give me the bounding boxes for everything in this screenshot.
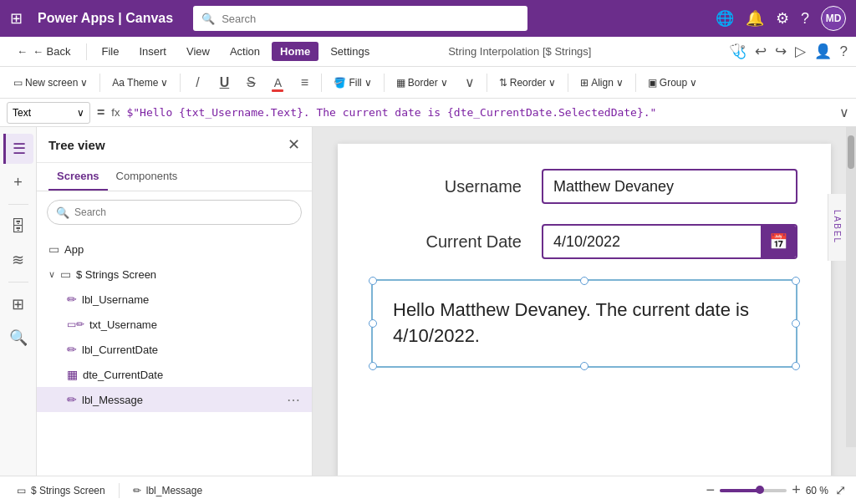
status-component[interactable]: ✏ lbl_Message: [126, 483, 209, 498]
date-input[interactable]: [543, 233, 761, 251]
reorder-button[interactable]: ⇅ Reorder ∨: [492, 74, 563, 91]
tree-item-dte-currentdate[interactable]: ▦ dte_CurrentDate: [37, 362, 312, 387]
handle-bc: [580, 362, 588, 370]
tree-item-txt-username[interactable]: ▭✏ txt_Username: [37, 312, 312, 337]
toolbar-sep-6: [568, 74, 568, 92]
align-arrow-icon: ∨: [616, 77, 624, 89]
menu-action[interactable]: Action: [222, 42, 268, 61]
scrollbar-v[interactable]: [846, 127, 856, 447]
app-icon: ▭: [48, 242, 59, 256]
formula-bar: Text ∨ = fx $"Hello {txt_Username.Text}.…: [0, 99, 856, 127]
menu-back[interactable]: ←← Back: [8, 42, 79, 61]
status-screen[interactable]: ▭ $ Strings Screen: [10, 483, 112, 498]
fill-button[interactable]: 🪣 Fill ∨: [327, 74, 378, 91]
group-arrow-icon: ∨: [690, 77, 697, 89]
settings-icon[interactable]: ⚙: [776, 9, 789, 28]
tab-screens[interactable]: Screens: [48, 163, 108, 191]
align-text-button[interactable]: ⊞ Align ∨: [573, 74, 630, 91]
close-icon[interactable]: ✕: [288, 135, 300, 154]
media-icon[interactable]: ≋: [3, 245, 33, 275]
message-box[interactable]: Hello Matthew Devaney. The current date …: [371, 279, 797, 368]
tree-item-screen[interactable]: ∨ ▭ $ Strings Screen: [37, 262, 312, 287]
canvas-scroll[interactable]: Username Current Date 📅: [313, 127, 856, 476]
new-screen-button[interactable]: ▭ New screen ∨: [7, 74, 94, 91]
slash-icon[interactable]: /: [186, 71, 209, 94]
equals-sign: =: [97, 105, 104, 120]
undo-icon[interactable]: ↩: [755, 43, 767, 60]
data-icon[interactable]: 🗄: [3, 211, 33, 242]
sidebar-search[interactable]: 🔍: [47, 200, 302, 225]
zoom-minus-button[interactable]: −: [706, 481, 716, 499]
more-options-icon[interactable]: ⋯: [287, 392, 300, 408]
help2-icon[interactable]: ?: [840, 43, 848, 60]
top-bar: ⊞ Power Apps | Canvas 🔍 🌐 🔔 ⚙ ? MD: [0, 0, 856, 37]
calendar-icon[interactable]: 📅: [761, 224, 796, 259]
group-icon: ▣: [648, 77, 657, 89]
zoom-slider[interactable]: [720, 489, 787, 492]
align-text-icon: ⊞: [580, 77, 588, 89]
username-input[interactable]: [542, 169, 797, 204]
rail-sep-1: [8, 204, 28, 205]
sidebar-tree: ▭ App ∨ ▭ $ Strings Screen ✏ lbl_Usernam…: [37, 233, 312, 476]
menu-settings[interactable]: Settings: [322, 42, 378, 61]
sidebar-search-input[interactable]: [74, 206, 293, 218]
status-bar: ▭ $ Strings Screen ✏ lbl_Message − + 60 …: [0, 476, 856, 504]
tab-components[interactable]: Components: [108, 163, 186, 191]
fx-button[interactable]: fx: [111, 106, 120, 119]
tree-item-lbl-username[interactable]: ✏ lbl_Username: [37, 287, 312, 312]
label-icon-2: ✏: [67, 343, 77, 356]
underline-button[interactable]: U: [212, 71, 236, 94]
search-box[interactable]: 🔍: [193, 6, 527, 31]
handle-tc: [580, 277, 588, 285]
avatar[interactable]: MD: [821, 6, 846, 31]
app-title: Power Apps | Canvas: [38, 11, 173, 26]
insert-icon[interactable]: +: [3, 167, 33, 197]
center-text: String Interpolation [$ Strings]: [448, 45, 591, 58]
username-row: Username: [371, 169, 797, 204]
border-button[interactable]: ▦ Border ∨: [390, 74, 455, 91]
search2-icon[interactable]: 🔍: [3, 323, 33, 353]
theme-button[interactable]: Aa Theme ∨: [105, 74, 175, 91]
menu-view[interactable]: View: [178, 42, 218, 61]
fill-arrow-icon: ∨: [364, 77, 372, 89]
menu-bar: ←← Back File Insert View Action Home Set…: [0, 37, 856, 67]
chevron-down-icon: ∨: [48, 269, 55, 280]
selector-arrow-icon: ∨: [77, 107, 84, 119]
expand-formula-icon[interactable]: ∨: [839, 104, 849, 120]
fullscreen-icon[interactable]: ⤢: [835, 482, 846, 498]
font-color-button[interactable]: A: [266, 71, 289, 94]
tree-item-lbl-message[interactable]: ✏ lbl_Message ⋯: [37, 387, 312, 412]
tree-item-lbl-currentdate[interactable]: ✏ lbl_CurrentDate: [37, 337, 312, 362]
main-area: ☰ + 🗄 ≋ ⊞ 🔍 Tree view ✕ Screens Componen…: [0, 127, 856, 476]
stethoscope-icon[interactable]: 🩺: [729, 43, 746, 60]
search-input[interactable]: [222, 13, 519, 25]
menu-file[interactable]: File: [94, 42, 128, 61]
user-icon[interactable]: 👤: [814, 43, 832, 60]
monitor-icon[interactable]: ⊞: [3, 289, 33, 319]
bell-icon[interactable]: 🔔: [746, 9, 764, 28]
redo-icon[interactable]: ↪: [775, 43, 787, 60]
help-icon[interactable]: ?: [801, 10, 809, 28]
tree-item-app[interactable]: ▭ App: [37, 237, 312, 262]
scrollbar-thumb[interactable]: [848, 135, 854, 169]
formula-selector[interactable]: Text ∨: [7, 102, 90, 124]
label-icon-1: ✏: [67, 293, 77, 306]
strikethrough-button[interactable]: S: [239, 71, 262, 94]
align-button[interactable]: ≡: [293, 71, 316, 94]
menu-home[interactable]: Home: [272, 42, 318, 61]
grid-icon[interactable]: ⊞: [10, 9, 23, 28]
toolbar-sep-4: [384, 74, 385, 92]
zoom-slider-thumb[interactable]: [756, 486, 764, 494]
play-icon[interactable]: ▷: [795, 43, 806, 60]
date-icon: ▦: [67, 368, 78, 381]
date-label: Current Date: [371, 232, 522, 252]
menu-insert[interactable]: Insert: [130, 42, 175, 61]
new-screen-arrow-icon: ∨: [80, 77, 88, 89]
zoom-plus-button[interactable]: +: [792, 481, 801, 499]
tree-view-icon[interactable]: ☰: [3, 134, 33, 164]
more-button[interactable]: ∨: [458, 71, 482, 94]
globe-icon[interactable]: 🌐: [716, 9, 734, 28]
group-button[interactable]: ▣ Group ∨: [641, 74, 704, 91]
formula-input[interactable]: $"Hello {txt_Username.Text}. The current…: [126, 106, 833, 119]
sidebar-header: Tree view ✕: [37, 127, 312, 163]
